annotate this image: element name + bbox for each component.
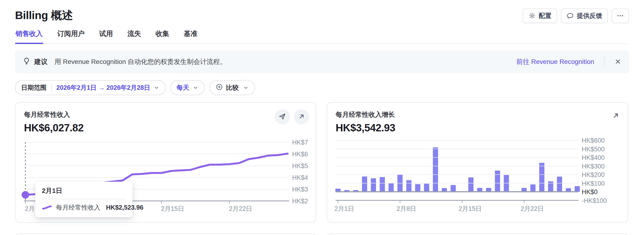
svg-text:HK$5: HK$5 [292, 162, 308, 170]
svg-text:2月15日: 2月15日 [458, 205, 482, 212]
svg-text:2月1日: 2月1日 [334, 205, 354, 212]
partial-card [15, 233, 316, 235]
feedback-label: 提供反馈 [577, 12, 602, 20]
close-icon [614, 58, 622, 66]
svg-text:HK$3: HK$3 [292, 186, 308, 193]
tooltip-series-row: 每月经常性收入 HK$2,523.96 [42, 203, 126, 212]
tooltip-series-label: 每月经常性收入 [56, 203, 100, 212]
mrr-growth-bar-chart[interactable]: HK$600HK$500HK$400HK$300HK$200HK$100HK$0… [336, 139, 619, 213]
svg-text:HK$600: HK$600 [582, 137, 605, 144]
ellipsis-icon [616, 12, 624, 20]
date-range-filter[interactable]: 日期范围 2026年2月1日 → 2026年2月28日 [15, 80, 166, 95]
overview-tabs: 销售收入 订阅用户 试用 流失 收集 基准 [15, 29, 629, 44]
svg-text:HK$500: HK$500 [582, 146, 605, 153]
speech-bubble-icon [566, 12, 574, 20]
banner-close-button[interactable] [614, 58, 622, 66]
compare-label: 比较 [226, 84, 238, 92]
page-header: Billing 概述 配置 提供反馈 [15, 7, 629, 23]
more-options-button[interactable] [612, 8, 629, 23]
tooltip-series-value: HK$2,523.96 [106, 204, 143, 211]
svg-text:2月22日: 2月22日 [229, 205, 252, 212]
mrr-growth-card-actions [612, 109, 621, 120]
lightbulb-icon [22, 57, 30, 67]
feedback-button[interactable]: 提供反馈 [561, 8, 608, 23]
svg-text:HK$6: HK$6 [292, 151, 308, 158]
header-actions: 配置 提供反馈 [523, 8, 629, 23]
svg-text:HK$300: HK$300 [582, 163, 605, 170]
partial-card [327, 233, 628, 235]
mrr-card-value: HK$6,027.82 [24, 122, 307, 134]
tab-trials[interactable]: 试用 [99, 29, 113, 44]
banner-message: 用 Revenue Recognition 自动化您的权责发生制会计流程。 [54, 57, 226, 66]
mrr-card-title: 每月经常性收入 [24, 110, 307, 119]
svg-text:2月22日: 2月22日 [520, 205, 544, 212]
svg-text:HK$400: HK$400 [582, 154, 605, 161]
svg-text:HK$0: HK$0 [582, 188, 598, 196]
svg-text:HK$100: HK$100 [582, 180, 605, 187]
svg-text:HK$4: HK$4 [292, 174, 308, 181]
date-range-value: 2026年2月1日 → 2026年2月28日 [56, 84, 150, 92]
mrr-card: 每月经常性收入 HK$6,027.82 [15, 102, 316, 222]
pill-divider [51, 84, 52, 92]
svg-text:HK$2: HK$2 [292, 198, 308, 205]
chart-cards-row: 每月经常性收入 HK$6,027.82 [15, 102, 629, 222]
chevron-down-icon [154, 84, 160, 91]
suggestion-banner: 建议 用 Revenue Recognition 自动化您的权责发生制会计流程。… [15, 50, 629, 73]
expand-chart-button[interactable] [294, 109, 309, 124]
compare-filter[interactable]: 比较 [210, 80, 255, 95]
mrr-card-actions [275, 109, 309, 124]
banner-divider [604, 57, 604, 67]
mrr-growth-card: 每月经常性收入增长 HK$3,542.93 HK$600HK$500HK$400… [327, 102, 628, 222]
expand-chart-button[interactable] [612, 112, 620, 120]
date-range-label: 日期范围 [21, 84, 46, 92]
interval-filter[interactable]: 每天 [170, 80, 205, 95]
tooltip-date: 2月1日 [42, 186, 126, 199]
series-swatch-icon [42, 204, 52, 211]
chevron-down-icon [243, 84, 249, 91]
tab-benchmarks[interactable]: 基准 [183, 29, 198, 44]
configure-label: 配置 [539, 12, 552, 20]
mrr-growth-card-title: 每月经常性收入增长 [336, 110, 619, 119]
tab-subscribers[interactable]: 订阅用户 [57, 29, 85, 44]
tab-revenue[interactable]: 销售收入 [15, 29, 43, 44]
plus-circle-icon [216, 83, 223, 92]
gear-icon [528, 12, 536, 20]
svg-text:HK$7: HK$7 [292, 139, 308, 146]
mrr-growth-card-value: HK$3,542.93 [336, 122, 619, 134]
interval-value: 每天 [176, 84, 189, 92]
billing-overview-page: Billing 概述 配置 提供反馈 [0, 0, 644, 235]
share-chart-button[interactable] [275, 109, 290, 124]
next-cards-row [15, 233, 629, 235]
tab-churn[interactable]: 流失 [127, 29, 142, 44]
svg-text:2月8日: 2月8日 [396, 205, 416, 212]
paper-plane-icon [278, 112, 286, 121]
filter-bar: 日期范围 2026年2月1日 → 2026年2月28日 每天 比较 [15, 80, 629, 95]
tab-collections[interactable]: 收集 [155, 29, 170, 44]
arrow-up-right-icon [298, 113, 305, 121]
chart-tooltip: 2月1日 每月经常性收入 HK$2,523.96 [35, 182, 132, 218]
chevron-down-icon [192, 84, 198, 91]
configure-button[interactable]: 配置 [523, 8, 557, 23]
svg-text:HK$200: HK$200 [582, 171, 605, 178]
svg-text:2月15日: 2月15日 [161, 205, 184, 212]
arrow-up-right-icon [612, 117, 620, 120]
page-title: Billing 概述 [15, 8, 73, 23]
banner-tag: 建议 [34, 57, 48, 66]
svg-text:-HK$100: -HK$100 [582, 197, 607, 204]
banner-link[interactable]: 前往 Revenue Recognition [516, 57, 594, 66]
